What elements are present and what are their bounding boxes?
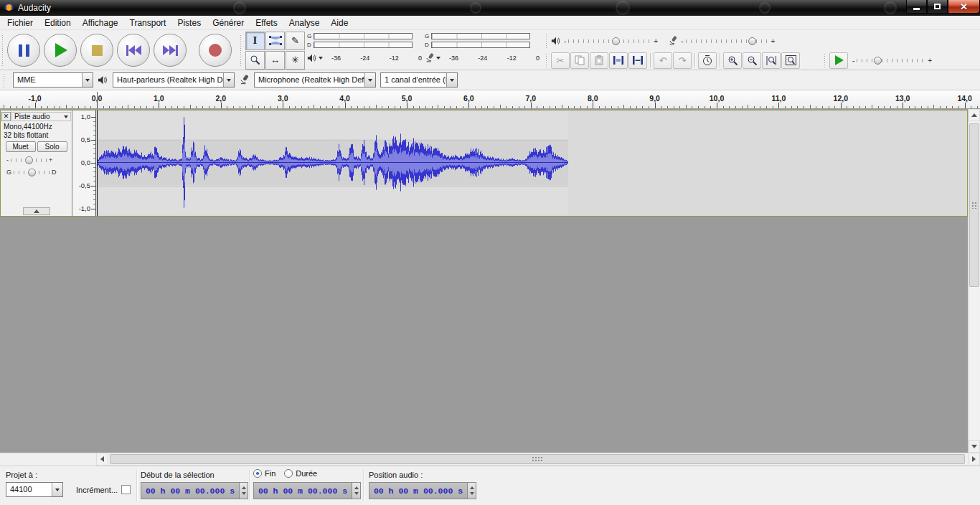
fit-project-button[interactable]	[781, 52, 800, 69]
playback-meter[interactable]: G D -36 -24 -12 0	[307, 32, 422, 69]
track-menu-button[interactable]: Piste audio	[11, 112, 71, 121]
undo-button[interactable]: ↶	[654, 52, 672, 69]
silence-audio-button[interactable]	[628, 52, 647, 69]
time-spinner[interactable]	[467, 483, 476, 499]
combo-arrow[interactable]	[223, 73, 234, 87]
ruler-tick	[562, 105, 562, 108]
playback-meter-menu[interactable]	[307, 53, 323, 63]
toolbar-grip[interactable]	[545, 53, 548, 67]
envelope-tool-button[interactable]	[265, 32, 285, 50]
toolbar-grip[interactable]	[240, 34, 242, 66]
menu-affichage[interactable]: Affichage	[77, 16, 124, 29]
snap-to-checkbox[interactable]	[121, 485, 131, 494]
trim-audio-button[interactable]	[609, 52, 628, 69]
speed-thumb[interactable]	[874, 57, 882, 65]
recording-device-select[interactable]: Microphone (Realtek High Defi	[254, 72, 376, 88]
horizontal-scrollbar[interactable]	[0, 453, 980, 466]
time-spinner[interactable]	[239, 483, 248, 499]
paste-button[interactable]	[590, 52, 608, 69]
toolbar-grip[interactable]	[824, 53, 826, 67]
selection-start-time[interactable]: 00 h 00 m 00.000 s	[141, 482, 248, 499]
mute-button[interactable]: Muet	[6, 141, 36, 152]
menu-transport[interactable]: Transport	[124, 16, 172, 29]
scroll-left-button[interactable]	[96, 453, 108, 466]
timeline-ruler[interactable]: -1,00,01,02,03,04,05,06,07,08,09,010,011…	[0, 90, 980, 109]
vertical-scroll-track[interactable]	[969, 121, 980, 440]
scroll-down-button[interactable]	[969, 440, 980, 453]
vertical-scrollbar[interactable]	[968, 109, 980, 453]
input-volume-thumb[interactable]	[748, 37, 756, 45]
record-button[interactable]	[199, 34, 232, 67]
waveform-area[interactable]	[96, 110, 967, 216]
redo-button[interactable]: ↷	[673, 52, 692, 69]
toolbar-grip[interactable]	[3, 73, 6, 88]
playback-speed-slider[interactable]: - +	[852, 56, 932, 65]
track-collapse-button[interactable]	[23, 207, 50, 215]
audio-host-select[interactable]: MME	[13, 72, 93, 88]
project-rate-select[interactable]: 44100	[6, 482, 63, 497]
timeshift-tool-button[interactable]: ↔	[265, 51, 285, 70]
play-at-speed-button[interactable]	[829, 52, 848, 69]
vertical-scroll-thumb[interactable]	[969, 123, 979, 287]
recording-channels-select[interactable]: 1 canal d'entrée (M	[380, 72, 458, 88]
pause-button[interactable]	[7, 34, 40, 67]
skip-to-start-button[interactable]	[117, 34, 150, 67]
zoom-out-button[interactable]	[743, 52, 761, 69]
horizontal-scroll-thumb[interactable]	[110, 454, 965, 464]
menu-effets[interactable]: Effets	[250, 16, 283, 29]
input-volume-slider[interactable]: - +	[681, 37, 775, 45]
menu-aide[interactable]: Aide	[325, 16, 354, 29]
selection-end-time[interactable]: 00 h 00 m 00.000 s	[253, 482, 361, 499]
pan-thumb[interactable]	[28, 169, 36, 176]
gain-thumb[interactable]	[25, 156, 33, 164]
menu-fichier[interactable]: Fichier	[1, 16, 39, 29]
audio-position-time[interactable]: 00 h 00 m 00.000 s	[369, 482, 476, 499]
radio-end[interactable]	[253, 469, 262, 478]
zoom-tool-button[interactable]	[245, 51, 265, 70]
stop-button[interactable]	[80, 34, 113, 67]
multi-tool-button[interactable]: ✳	[286, 51, 305, 70]
menu-pistes[interactable]: Pistes	[171, 16, 207, 29]
combo-arrow[interactable]	[52, 483, 62, 496]
scroll-up-button[interactable]	[969, 109, 980, 121]
zoom-in-button[interactable]	[723, 52, 742, 69]
track-area[interactable]: ✕ Piste audio Mono,44100Hz 32 bits flott…	[0, 109, 980, 453]
time-spinner[interactable]	[352, 483, 360, 499]
menu-analyse[interactable]: Analyse	[283, 16, 326, 29]
fit-selection-button[interactable]	[762, 52, 781, 69]
solo-button[interactable]: Solo	[37, 141, 67, 152]
menu-edition[interactable]: Edition	[39, 16, 77, 29]
output-volume-thumb[interactable]	[612, 37, 620, 45]
combo-arrow[interactable]	[364, 73, 375, 87]
waveform-canvas[interactable]	[97, 110, 568, 214]
sync-lock-button[interactable]	[698, 52, 717, 69]
vertical-ruler[interactable]: 1,00,50,0-0,5-1,0	[72, 110, 96, 216]
copy-button[interactable]	[570, 52, 589, 69]
track-close-button[interactable]: ✕	[1, 112, 11, 121]
scroll-right-button[interactable]	[968, 453, 980, 466]
ruler-tick	[382, 106, 382, 108]
recording-meter-menu[interactable]	[425, 53, 440, 63]
combo-arrow[interactable]	[82, 73, 93, 87]
toolbar-grip[interactable]	[1, 34, 4, 66]
skip-to-end-button[interactable]	[154, 34, 187, 67]
track-pan-slider[interactable]: G D	[6, 168, 66, 176]
selection-tool-button[interactable]: I	[245, 32, 265, 50]
draw-tool-button[interactable]: ✎	[286, 32, 305, 50]
maximize-button[interactable]	[927, 0, 948, 14]
track-gain-slider[interactable]: - +	[6, 156, 66, 164]
recording-meter[interactable]: G D -36 -24 -12 0	[425, 32, 544, 69]
combo-arrow[interactable]	[446, 73, 457, 87]
playback-device-select[interactable]: Haut-parleurs (Realtek High De	[113, 72, 235, 88]
audio-clip[interactable]	[97, 110, 568, 216]
radio-duration[interactable]	[284, 469, 293, 478]
close-button[interactable]: ✕	[948, 0, 980, 14]
horizontal-scroll-track[interactable]	[108, 453, 968, 466]
minimize-button[interactable]	[906, 0, 927, 14]
audio-track[interactable]: ✕ Piste audio Mono,44100Hz 32 bits flott…	[0, 110, 968, 217]
play-button[interactable]	[44, 34, 77, 67]
cut-button[interactable]: ✂	[551, 52, 570, 69]
menu-generer[interactable]: Générer	[207, 16, 250, 29]
output-volume-slider[interactable]: - +	[564, 37, 658, 45]
toolbar-grip[interactable]	[545, 34, 548, 48]
